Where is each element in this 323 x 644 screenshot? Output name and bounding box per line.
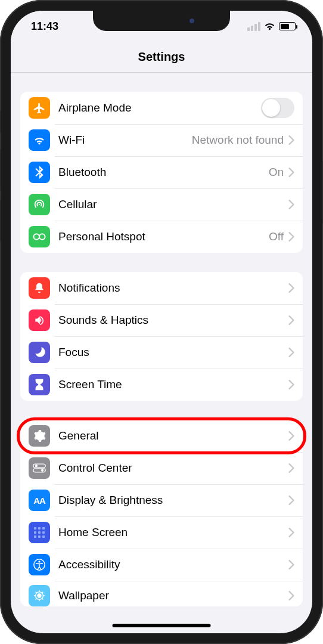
chevron-right-icon [288,380,294,389]
chevron-right-icon [288,348,294,357]
settings-group-device: General Control Center A [20,420,303,606]
chevron-right-icon [288,496,294,505]
chevron-right-icon [288,315,294,325]
row-wallpaper[interactable]: Wallpaper [20,581,303,606]
focus-icon [29,342,50,363]
row-display-brightness[interactable]: AA Display & Brightness [20,484,303,516]
control-center-icon [29,457,50,479]
chevron-right-icon [288,431,294,441]
volume-down-button [0,200,1,242]
row-screen-time[interactable]: Screen Time [20,369,303,401]
cellular-icon [29,194,50,215]
svg-rect-14 [42,535,45,538]
screentime-icon [29,374,50,395]
svg-rect-10 [38,531,41,534]
row-wifi[interactable]: Wi-Fi Network not found [20,124,303,156]
row-label: Focus [58,346,288,359]
row-detail: Network not found [192,134,284,147]
svg-rect-11 [42,531,45,534]
svg-point-1 [39,234,45,240]
settings-group-connectivity: Airplane Mode Wi-Fi Network not found [20,92,303,253]
chevron-right-icon [288,560,294,569]
row-label: Wallpaper [58,589,288,602]
chevron-right-icon [288,232,294,242]
nav-bar: Settings [11,39,312,73]
settings-group-alerts: Notifications Sounds & Haptics [20,272,303,401]
mute-switch [0,110,1,133]
airplane-toggle[interactable] [261,98,294,118]
svg-rect-9 [34,531,36,534]
chevron-right-icon [288,591,294,600]
row-label: Notifications [58,281,288,295]
row-label: Bluetooth [58,166,269,179]
svg-point-0 [33,234,39,240]
notifications-icon [29,277,50,299]
row-notifications[interactable]: Notifications [20,272,303,304]
chevron-right-icon [288,200,294,209]
svg-point-3 [35,465,38,467]
wifi-icon [264,22,275,30]
svg-rect-8 [42,527,45,530]
accessibility-icon [29,554,50,575]
wallpaper-icon [29,585,50,606]
row-control-center[interactable]: Control Center [20,452,303,484]
bluetooth-icon [29,162,50,183]
svg-point-16 [38,561,40,562]
home-indicator[interactable] [113,624,211,627]
row-label: Personal Hotspot [58,230,269,243]
cellular-signal-icon [247,22,260,31]
row-detail: On [269,166,284,179]
chevron-right-icon [288,135,294,145]
chevron-right-icon [288,283,294,293]
row-sounds-haptics[interactable]: Sounds & Haptics [20,304,303,336]
svg-rect-7 [38,527,41,530]
svg-rect-13 [38,535,41,538]
row-label: Accessibility [58,558,288,571]
display-icon: AA [29,490,50,511]
screen: 11:43 Settings [11,11,312,633]
row-label: Wi-Fi [58,134,192,147]
row-accessibility[interactable]: Accessibility [20,549,303,581]
row-label: General [58,429,288,442]
home-screen-icon [29,522,50,543]
row-airplane-mode[interactable]: Airplane Mode [20,92,303,124]
row-general[interactable]: General [20,420,303,452]
row-label: Cellular [58,198,288,211]
general-icon [29,425,50,447]
row-focus[interactable]: Focus [20,336,303,369]
page-title: Settings [11,50,312,64]
row-label: Display & Brightness [58,494,288,507]
status-time: 11:43 [31,18,58,33]
row-label: Airplane Mode [58,101,261,114]
row-detail: Off [269,230,284,243]
wifi-row-icon [29,129,50,151]
battery-icon [279,22,296,30]
sounds-icon [29,309,50,331]
chevron-right-icon [288,528,294,537]
row-cellular[interactable]: Cellular [20,188,303,221]
chevron-right-icon [288,463,294,473]
notch [93,11,230,31]
settings-scroll[interactable]: Airplane Mode Wi-Fi Network not found [11,73,312,633]
svg-rect-12 [34,535,36,538]
svg-point-17 [37,593,41,597]
row-label: Control Center [58,462,288,475]
row-home-screen[interactable]: Home Screen [20,516,303,549]
chevron-right-icon [288,168,294,177]
row-label: Sounds & Haptics [58,314,288,327]
status-right [247,20,296,31]
svg-point-5 [41,469,44,472]
row-bluetooth[interactable]: Bluetooth On [20,156,303,188]
airplane-icon [29,97,50,119]
camera-dot-icon [190,18,194,23]
phone-frame: 11:43 Settings [0,0,323,644]
svg-rect-6 [34,527,36,530]
row-label: Home Screen [58,526,288,539]
row-label: Screen Time [58,378,288,391]
volume-up-button [0,149,1,191]
row-personal-hotspot[interactable]: Personal Hotspot Off [20,221,303,253]
hotspot-icon [29,226,50,247]
